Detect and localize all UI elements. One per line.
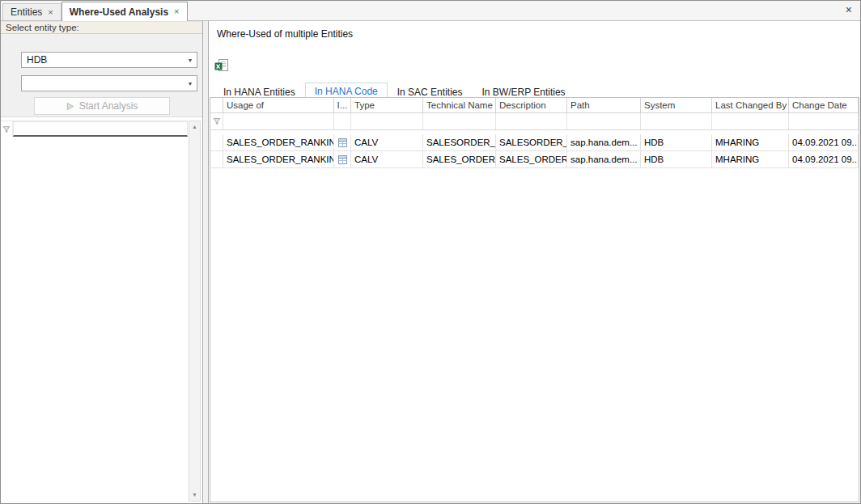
tab-where-used-label: Where-Used Analysis xyxy=(70,6,168,18)
export-excel-button[interactable] xyxy=(214,59,229,73)
cell-type[interactable]: CALV xyxy=(351,134,423,150)
filter-cell-usage-of[interactable] xyxy=(223,113,334,129)
calculation-view-icon xyxy=(337,138,348,148)
close-icon[interactable]: × xyxy=(846,4,852,15)
where-used-grid: Usage of I... Type Technical Name Descri… xyxy=(210,97,859,502)
left-panel-scrollbar[interactable]: ▲ ▼ xyxy=(189,121,201,502)
entity-dropdown[interactable]: ▼ xyxy=(21,75,197,91)
cell-path[interactable]: sap.hana.dem... xyxy=(567,151,641,167)
results-title: Where-Used of multiple Entities xyxy=(209,21,860,40)
entity-tree-filter-row xyxy=(1,121,188,137)
panel-caption: Select entity type: xyxy=(1,21,202,34)
tab-where-used-analysis[interactable]: Where-Used Analysis × xyxy=(62,2,188,21)
chevron-down-icon[interactable]: ▼ xyxy=(184,81,197,87)
grid-header-row: Usage of I... Type Technical Name Descri… xyxy=(210,98,859,113)
close-tab-icon[interactable]: × xyxy=(48,8,53,17)
entity-selection-panel: Select entity type: HDB ▼ ▼ Start Analys… xyxy=(1,21,203,503)
filter-cell-path[interactable] xyxy=(567,113,641,129)
filter-cell-type[interactable] xyxy=(351,113,423,129)
column-header-last-changed-by[interactable]: Last Changed By xyxy=(712,98,789,112)
filter-row-gutter[interactable] xyxy=(210,113,223,129)
tree-filter-input[interactable] xyxy=(13,121,188,137)
column-header-usage-of[interactable]: Usage of xyxy=(223,98,334,112)
cell-technical-name[interactable]: SALES_ORDER... xyxy=(423,151,496,167)
tab-entities[interactable]: Entities × xyxy=(2,3,62,20)
play-icon xyxy=(66,102,74,111)
cell-last-changed-by[interactable]: MHARING xyxy=(712,151,789,167)
tree-filter-gutter[interactable] xyxy=(1,121,13,137)
document-tabbar: Entities × Where-Used Analysis × × xyxy=(1,1,860,21)
cell-usage-of[interactable]: SALES_ORDER_RANKING xyxy=(223,151,334,167)
entity-type-value: HDB xyxy=(27,54,47,66)
row-gutter xyxy=(210,151,223,167)
header-gutter xyxy=(210,98,223,112)
start-analysis-button[interactable]: Start Analysis xyxy=(34,97,170,115)
cell-system[interactable]: HDB xyxy=(641,151,712,167)
cell-object-icon[interactable] xyxy=(334,134,351,150)
row-gutter xyxy=(210,134,223,150)
chevron-down-icon[interactable]: ▼ xyxy=(184,57,197,63)
table-row[interactable]: SALES_ORDER_RANKING CALV SALES_ORDER... … xyxy=(210,151,859,168)
main-content: Select entity type: HDB ▼ ▼ Start Analys… xyxy=(1,21,860,503)
filter-cell-last-changed-by[interactable] xyxy=(712,113,789,129)
column-header-change-date[interactable]: Change Date xyxy=(789,98,859,112)
cell-description[interactable]: SALES_ORDER... xyxy=(496,151,567,167)
column-header-path[interactable]: Path xyxy=(567,98,641,112)
funnel-icon xyxy=(213,117,221,125)
funnel-icon xyxy=(2,125,11,133)
grid-filter-row xyxy=(210,113,859,130)
app-window: Entities × Where-Used Analysis × × Selec… xyxy=(0,0,861,504)
cell-change-date[interactable]: 04.09.2021 09... xyxy=(789,151,859,167)
cell-description[interactable]: SALESORDER_... xyxy=(496,134,567,150)
cell-type[interactable]: CALV xyxy=(351,151,423,167)
tab-entities-label: Entities xyxy=(11,6,42,18)
cell-object-icon[interactable] xyxy=(334,151,351,167)
scroll-down-icon[interactable]: ▼ xyxy=(192,491,197,499)
excel-export-icon xyxy=(214,59,228,73)
where-used-results-panel: Where-Used of multiple Entities In HANA … xyxy=(208,21,860,503)
filter-cell-change-date[interactable] xyxy=(789,113,859,129)
filter-cell-description[interactable] xyxy=(496,113,567,129)
close-tab-icon[interactable]: × xyxy=(174,7,179,16)
cell-system[interactable]: HDB xyxy=(641,134,712,150)
cell-path[interactable]: sap.hana.dem... xyxy=(567,134,641,150)
cell-usage-of[interactable]: SALES_ORDER_RANKING xyxy=(223,134,334,150)
start-analysis-label: Start Analysis xyxy=(79,100,138,112)
column-header-description[interactable]: Description xyxy=(496,98,567,112)
entity-type-groupbox: HDB ▼ ▼ Start Analysis xyxy=(1,34,202,117)
column-header-technical-name[interactable]: Technical Name xyxy=(423,98,496,112)
cell-technical-name[interactable]: SALESORDER_... xyxy=(423,134,496,150)
entity-type-dropdown[interactable]: HDB ▼ xyxy=(21,52,197,68)
column-header-system[interactable]: System xyxy=(641,98,712,112)
calculation-view-icon xyxy=(337,155,348,165)
column-header-icon[interactable]: I... xyxy=(334,98,351,112)
column-header-type[interactable]: Type xyxy=(351,98,423,112)
table-row[interactable]: SALES_ORDER_RANKING CALV SALESORDER_... … xyxy=(210,134,859,151)
filter-cell-system[interactable] xyxy=(641,113,712,129)
cell-last-changed-by[interactable]: MHARING xyxy=(712,134,789,150)
cell-change-date[interactable]: 04.09.2021 09... xyxy=(789,134,859,150)
filter-cell-icon[interactable] xyxy=(334,113,351,129)
filter-cell-technical-name[interactable] xyxy=(423,113,496,129)
scroll-up-icon[interactable]: ▲ xyxy=(192,123,197,131)
